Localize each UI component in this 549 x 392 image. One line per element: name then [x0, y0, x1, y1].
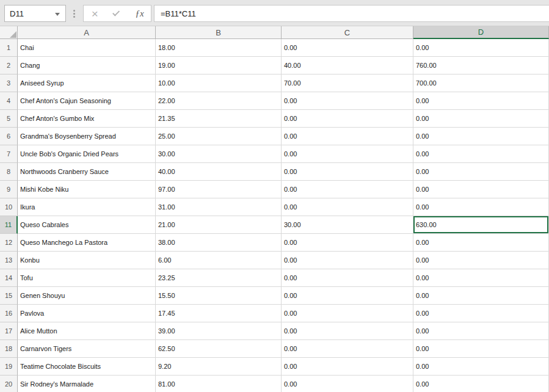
row-header-12[interactable]: 12	[0, 234, 18, 252]
cell-C2[interactable]: 40.00	[282, 57, 413, 74]
cell-D15[interactable]: 0.00	[413, 287, 549, 305]
cell-B17[interactable]: 39.00	[156, 322, 282, 340]
cell-C3[interactable]: 70.00	[282, 74, 413, 92]
cell-C10[interactable]: 0.00	[282, 198, 413, 216]
row-header-5[interactable]: 5	[0, 110, 18, 128]
cell-D14[interactable]: 0.00	[413, 269, 549, 287]
cell-B15[interactable]: 15.50	[156, 287, 282, 305]
cell-D20[interactable]: 0.00	[413, 376, 549, 392]
cell-D4[interactable]: 0.00	[413, 92, 549, 110]
cell-D17[interactable]: 0.00	[413, 322, 549, 340]
column-header-C[interactable]: C	[282, 26, 413, 39]
row-header-7[interactable]: 7	[0, 145, 18, 163]
cell-D7[interactable]: 0.00	[413, 145, 549, 163]
cell-A8[interactable]: Northwoods Cranberry Sauce	[18, 163, 156, 181]
name-box-dropdown-icon[interactable]	[55, 13, 60, 16]
cell-A17[interactable]: Alice Mutton	[18, 322, 156, 340]
cell-A19[interactable]: Teatime Chocolate Biscuits	[18, 358, 156, 376]
cell-B13[interactable]: 6.00	[156, 252, 282, 269]
row-header-8[interactable]: 8	[0, 163, 18, 181]
cell-D19[interactable]: 0.00	[413, 358, 549, 376]
cell-C1[interactable]: 0.00	[282, 39, 413, 57]
cell-D10[interactable]: 0.00	[413, 198, 549, 216]
cell-D5[interactable]: 0.00	[413, 110, 549, 128]
cell-C4[interactable]: 0.00	[282, 92, 413, 110]
cell-A13[interactable]: Konbu	[18, 252, 156, 269]
cell-B14[interactable]: 23.25	[156, 269, 282, 287]
cell-C14[interactable]: 0.00	[282, 269, 413, 287]
cell-B12[interactable]: 38.00	[156, 234, 282, 252]
cell-A9[interactable]: Mishi Kobe Niku	[18, 181, 156, 198]
cell-D2[interactable]: 760.00	[413, 57, 549, 74]
row-header-10[interactable]: 10	[0, 198, 18, 216]
row-header-18[interactable]: 18	[0, 340, 18, 358]
row-header-17[interactable]: 17	[0, 322, 18, 340]
cell-B18[interactable]: 62.50	[156, 340, 282, 358]
cell-B19[interactable]: 9.20	[156, 358, 282, 376]
select-all-button[interactable]	[0, 26, 18, 39]
row-header-2[interactable]: 2	[0, 57, 18, 74]
cell-A14[interactable]: Tofu	[18, 269, 156, 287]
column-header-A[interactable]: A	[18, 26, 156, 39]
row-header-20[interactable]: 20	[0, 376, 18, 392]
cell-A7[interactable]: Uncle Bob's Organic Dried Pears	[18, 145, 156, 163]
row-header-9[interactable]: 9	[0, 181, 18, 198]
cell-B4[interactable]: 22.00	[156, 92, 282, 110]
cell-A2[interactable]: Chang	[18, 57, 156, 74]
cell-C11[interactable]: 30.00	[282, 216, 413, 234]
row-header-1[interactable]: 1	[0, 39, 18, 57]
cell-B6[interactable]: 25.00	[156, 128, 282, 145]
cell-A16[interactable]: Pavlova	[18, 305, 156, 322]
cell-A18[interactable]: Carnarvon Tigers	[18, 340, 156, 358]
cell-D6[interactable]: 0.00	[413, 128, 549, 145]
cell-C13[interactable]: 0.00	[282, 252, 413, 269]
cell-D8[interactable]: 0.00	[413, 163, 549, 181]
row-header-15[interactable]: 15	[0, 287, 18, 305]
cell-A11[interactable]: Queso Cabrales	[18, 216, 156, 234]
cell-B2[interactable]: 19.00	[156, 57, 282, 74]
column-header-D[interactable]: D	[413, 26, 549, 39]
cell-C20[interactable]: 0.00	[282, 376, 413, 392]
cell-C15[interactable]: 0.00	[282, 287, 413, 305]
cell-D9[interactable]: 0.00	[413, 181, 549, 198]
cell-D13[interactable]: 0.00	[413, 252, 549, 269]
cell-B3[interactable]: 10.00	[156, 74, 282, 92]
cell-A12[interactable]: Queso Manchego La Pastora	[18, 234, 156, 252]
cell-B7[interactable]: 30.00	[156, 145, 282, 163]
cell-D16[interactable]: 0.00	[413, 305, 549, 322]
cell-B1[interactable]: 18.00	[156, 39, 282, 57]
cell-C5[interactable]: 0.00	[282, 110, 413, 128]
cell-D3[interactable]: 700.00	[413, 74, 549, 92]
cell-C18[interactable]: 0.00	[282, 340, 413, 358]
cell-A10[interactable]: Ikura	[18, 198, 156, 216]
enter-button[interactable]	[110, 6, 125, 21]
cell-D18[interactable]: 0.00	[413, 340, 549, 358]
row-header-14[interactable]: 14	[0, 269, 18, 287]
cell-C16[interactable]: 0.00	[282, 305, 413, 322]
cell-C19[interactable]: 0.00	[282, 358, 413, 376]
cell-B16[interactable]: 17.45	[156, 305, 282, 322]
cell-A15[interactable]: Genen Shouyu	[18, 287, 156, 305]
cell-A4[interactable]: Chef Anton's Cajun Seasoning	[18, 92, 156, 110]
row-header-6[interactable]: 6	[0, 128, 18, 145]
cell-C6[interactable]: 0.00	[282, 128, 413, 145]
cell-B10[interactable]: 31.00	[156, 198, 282, 216]
insert-function-button[interactable]: ƒx	[133, 6, 147, 21]
row-header-13[interactable]: 13	[0, 252, 18, 269]
cell-D12[interactable]: 0.00	[413, 234, 549, 252]
cell-C17[interactable]: 0.00	[282, 322, 413, 340]
cell-A5[interactable]: Chef Anton's Gumbo Mix	[18, 110, 156, 128]
cell-B9[interactable]: 97.00	[156, 181, 282, 198]
row-header-19[interactable]: 19	[0, 358, 18, 376]
row-header-16[interactable]: 16	[0, 305, 18, 322]
cell-D11[interactable]: 630.00	[413, 216, 549, 234]
cancel-button[interactable]	[87, 6, 102, 21]
cell-B20[interactable]: 81.00	[156, 376, 282, 392]
column-header-B[interactable]: B	[156, 26, 282, 39]
cell-C12[interactable]: 0.00	[282, 234, 413, 252]
row-header-11[interactable]: 11	[0, 216, 18, 234]
cell-C7[interactable]: 0.00	[282, 145, 413, 163]
row-header-3[interactable]: 3	[0, 74, 18, 92]
row-header-4[interactable]: 4	[0, 92, 18, 110]
formula-bar[interactable]: =B11*C11	[154, 5, 549, 22]
